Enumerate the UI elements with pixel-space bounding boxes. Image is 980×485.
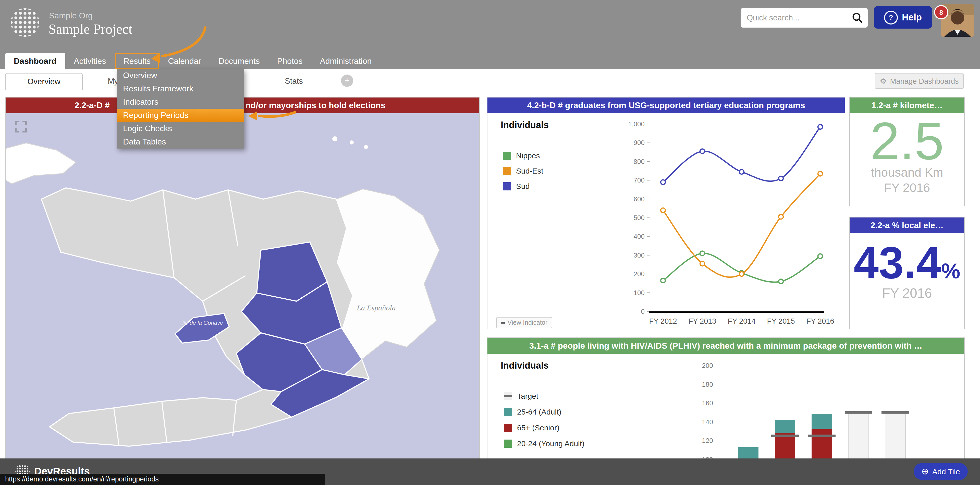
kilometers-value: 2.5	[850, 114, 964, 167]
svg-text:FY 2012: FY 2012	[649, 317, 677, 325]
menu-item-logic-checks[interactable]: Logic Checks	[117, 122, 244, 135]
svg-text:120: 120	[702, 437, 713, 444]
svg-text:140: 140	[702, 418, 713, 426]
dashboard-subtab-overview[interactable]: Overview	[5, 73, 83, 91]
add-tile-label: Add Tile	[932, 467, 960, 476]
quick-search	[741, 8, 868, 27]
nav-tab-calendar[interactable]: Calendar	[159, 53, 210, 69]
plus-icon: +	[345, 76, 350, 85]
fullscreen-icon[interactable]	[14, 119, 28, 134]
kilometers-tile: 1.2-a # kilomete… 2.5 thousand Km FY 201…	[850, 97, 965, 206]
svg-text:FY 2016: FY 2016	[806, 317, 834, 325]
percent-value: 43.4	[854, 237, 941, 288]
svg-text:0: 0	[641, 308, 645, 315]
app-window: Sample Org Sample Project ? Help 8	[0, 0, 980, 485]
svg-text:180: 180	[702, 381, 713, 388]
haiti-map[interactable]: La Española Île de la Gonâve	[6, 113, 479, 459]
help-label: Help	[902, 12, 922, 23]
svg-text:160: 160	[702, 399, 713, 407]
percent-sign: %	[941, 259, 960, 283]
kilometers-period: FY 2016	[850, 181, 964, 195]
search-icon[interactable]	[852, 12, 863, 24]
manage-dashboards-label: Manage Dashboards	[890, 77, 959, 85]
org-globe-logo-icon	[11, 8, 39, 37]
svg-text:700: 700	[634, 177, 645, 184]
svg-text:200: 200	[702, 362, 713, 369]
help-button[interactable]: ? Help	[874, 6, 932, 29]
results-menu: OverviewResults FrameworkIndicatorsRepor…	[117, 69, 244, 149]
project-title: Sample Project	[48, 21, 132, 37]
svg-text:200: 200	[634, 270, 645, 278]
svg-text:1,000: 1,000	[628, 120, 645, 128]
add-tile-button[interactable]: ⊕ Add Tile	[914, 463, 968, 480]
bar-chart-title: 3.1-a # people living with HIV/AIDS (PLH…	[487, 338, 964, 354]
gonave-label: Île de la Gonâve	[182, 320, 223, 326]
menu-item-results-framework[interactable]: Results Framework	[117, 82, 244, 95]
gear-icon: ⚙	[880, 77, 886, 85]
map-title-fragment-left: 2.2-a-D #	[75, 97, 110, 113]
top-header: Sample Org Sample Project ? Help 8	[0, 0, 980, 69]
add-dashboard-button[interactable]: +	[341, 75, 353, 87]
kilometers-unit: thousand Km	[850, 165, 964, 180]
svg-text:400: 400	[634, 232, 645, 240]
main-nav: DashboardActivitiesResultsCalendarDocume…	[5, 53, 380, 69]
percent-tile: 2.2-a % local ele… 43.4% FY 2016	[850, 217, 965, 329]
nav-tab-activities[interactable]: Activities	[65, 53, 115, 69]
map-title-fragment-right: nd/or mayorships to hold elections	[245, 97, 385, 113]
add-tile-icon: ⊕	[921, 466, 929, 477]
line-chart: 1,0009008007006005004003002001000FY 2012…	[487, 113, 846, 330]
dashboard-subtab-stats[interactable]: Stats	[285, 76, 303, 86]
map-canvas: La Española Île de la Gonâve	[6, 113, 479, 459]
nav-tab-documents[interactable]: Documents	[210, 53, 269, 69]
line-chart-title: 4.2-b-D # graduates from USG-supported t…	[487, 97, 845, 113]
svg-text:900: 900	[634, 139, 645, 146]
kilometers-tile-title: 1.2-a # kilomete…	[850, 97, 964, 113]
menu-item-data-tables[interactable]: Data Tables	[117, 135, 244, 149]
notification-badge[interactable]: 8	[934, 5, 948, 19]
svg-text:100: 100	[634, 289, 645, 297]
svg-text:FY 2015: FY 2015	[767, 317, 795, 325]
percent-period: FY 2016	[850, 286, 964, 302]
svg-text:300: 300	[634, 251, 645, 259]
manage-dashboards-button[interactable]: ⚙ Manage Dashboards	[875, 73, 964, 89]
arrow-right-icon: ➡	[501, 319, 505, 326]
line-chart-tile: 4.2-b-D # graduates from USG-supported t…	[487, 97, 845, 329]
island-label: La Española	[356, 304, 396, 312]
svg-text:FY 2014: FY 2014	[728, 317, 756, 325]
menu-item-reporting-periods[interactable]: Reporting Periods	[117, 109, 244, 122]
search-input[interactable]	[741, 8, 851, 27]
help-icon: ?	[884, 11, 898, 24]
line-chart-body: Individuals NippesSud-EstSud 1,000900800…	[487, 113, 845, 330]
svg-text:FY 2013: FY 2013	[688, 317, 716, 325]
svg-text:600: 600	[634, 195, 645, 203]
menu-item-indicators[interactable]: Indicators	[117, 95, 244, 109]
map-tile: 2.2-a-D # nd/or mayorships to hold elect…	[5, 97, 480, 458]
nav-tab-photos[interactable]: Photos	[269, 53, 311, 69]
org-name: Sample Org	[49, 11, 93, 21]
svg-text:800: 800	[634, 158, 645, 165]
nav-tab-dashboard[interactable]: Dashboard	[5, 53, 65, 69]
nav-tab-results[interactable]: Results	[115, 53, 159, 69]
svg-text:500: 500	[634, 214, 645, 221]
nav-tab-administration[interactable]: Administration	[311, 53, 380, 69]
status-url: https://demo.devresults.com/en/rf/report…	[0, 474, 325, 485]
view-indicator-button[interactable]: ➡ View Indicator	[496, 317, 552, 328]
view-indicator-label: View Indicator	[508, 319, 547, 326]
menu-item-overview[interactable]: Overview	[117, 69, 244, 82]
percent-tile-title: 2.2-a % local ele…	[850, 218, 964, 233]
